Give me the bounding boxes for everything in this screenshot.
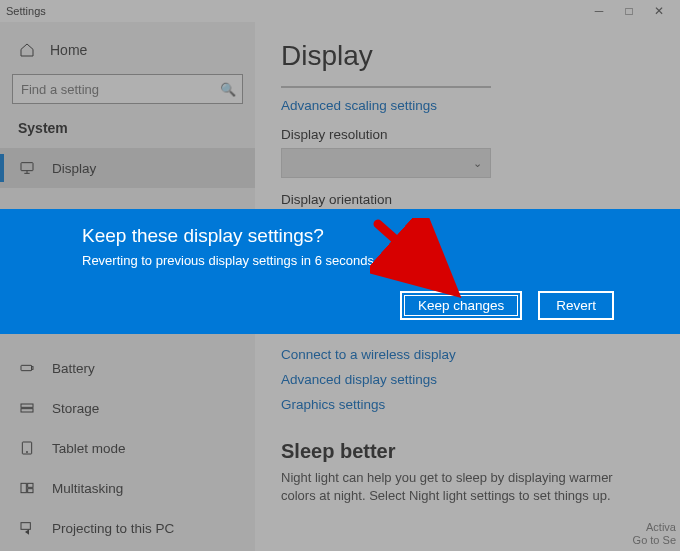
maximize-button[interactable]: □	[614, 4, 644, 18]
advanced-scaling-link[interactable]: Advanced scaling settings	[281, 98, 654, 113]
revert-button[interactable]: Revert	[538, 291, 614, 320]
sidebar-item-projecting[interactable]: Projecting to this PC	[0, 508, 255, 548]
sidebar-item-tablet-mode[interactable]: Tablet mode	[0, 428, 255, 468]
tablet-icon	[18, 439, 36, 457]
projecting-icon	[18, 519, 36, 537]
battery-icon	[18, 359, 36, 377]
graphics-settings-link[interactable]: Graphics settings	[281, 397, 654, 412]
keep-changes-button[interactable]: Keep changes	[400, 291, 522, 320]
svg-rect-0	[21, 163, 33, 171]
svg-rect-2	[32, 367, 33, 370]
sidebar-item-label: Projecting to this PC	[52, 521, 174, 536]
sidebar-item-multitasking[interactable]: Multitasking	[0, 468, 255, 508]
search-input[interactable]: 🔍	[12, 74, 243, 104]
dialog-title: Keep these display settings?	[82, 225, 654, 247]
resolution-label: Display resolution	[281, 127, 654, 142]
sidebar-item-label: Multitasking	[52, 481, 123, 496]
sleep-heading: Sleep better	[281, 440, 654, 463]
confirm-dialog: Keep these display settings? Reverting t…	[0, 209, 680, 334]
multitasking-icon	[18, 479, 36, 497]
storage-icon	[18, 399, 36, 417]
sidebar-item-battery[interactable]: Battery	[0, 348, 255, 388]
svg-point-6	[26, 451, 27, 452]
sleep-paragraph: Night light can help you get to sleep by…	[281, 469, 641, 505]
home-link[interactable]: Home	[0, 32, 255, 68]
sidebar-item-display[interactable]: Display	[0, 148, 255, 188]
activate-watermark: Activa Go to Se	[633, 521, 676, 547]
orientation-label: Display orientation	[281, 192, 654, 207]
advanced-display-link[interactable]: Advanced display settings	[281, 372, 654, 387]
svg-rect-3	[21, 404, 33, 407]
search-field[interactable]	[13, 82, 214, 97]
sidebar-item-storage[interactable]: Storage	[0, 388, 255, 428]
svg-rect-9	[28, 489, 33, 493]
chevron-down-icon: ⌄	[473, 157, 482, 170]
dialog-message: Reverting to previous display settings i…	[82, 253, 654, 268]
svg-rect-10	[21, 523, 30, 530]
page-title: Display	[281, 40, 654, 72]
wireless-display-link[interactable]: Connect to a wireless display	[281, 347, 654, 362]
sidebar-item-label: Tablet mode	[52, 441, 126, 456]
svg-rect-4	[21, 409, 33, 412]
svg-rect-8	[28, 483, 33, 487]
home-icon	[18, 41, 36, 59]
section-header: System	[0, 114, 255, 148]
close-button[interactable]: ✕	[644, 4, 674, 18]
svg-rect-7	[21, 483, 26, 492]
minimize-button[interactable]: ─	[584, 4, 614, 18]
window-title: Settings	[6, 5, 46, 17]
display-icon	[18, 159, 36, 177]
resolution-dropdown[interactable]: ⌄	[281, 148, 491, 178]
sidebar-item-label: Battery	[52, 361, 95, 376]
divider	[281, 86, 491, 88]
sidebar-item-label: Display	[52, 161, 96, 176]
home-label: Home	[50, 42, 87, 58]
svg-rect-1	[21, 365, 32, 370]
search-icon: 🔍	[214, 82, 242, 97]
sidebar-item-label: Storage	[52, 401, 99, 416]
